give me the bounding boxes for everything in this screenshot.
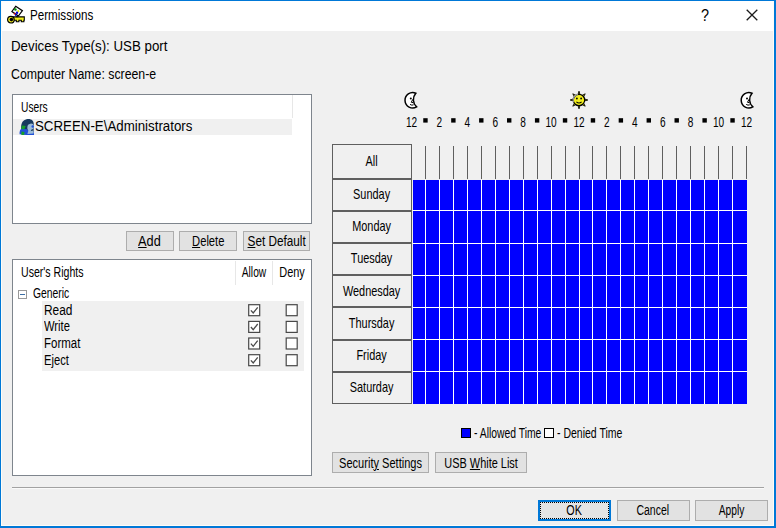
- svg-text:Friday: Friday: [356, 348, 387, 364]
- svg-text:Wednesday: Wednesday: [343, 283, 401, 299]
- svg-text:12: 12: [406, 114, 417, 130]
- svg-text:10: 10: [545, 114, 556, 130]
- svg-text:Monday: Monday: [352, 219, 391, 235]
- svg-text:12: 12: [741, 114, 752, 130]
- svg-text:Sunday: Sunday: [353, 187, 391, 203]
- svg-text:8: 8: [688, 114, 694, 130]
- svg-text:Thursday: Thursday: [349, 316, 395, 332]
- svg-text:All: All: [366, 154, 378, 170]
- svg-text:Tuesday: Tuesday: [351, 251, 393, 267]
- svg-text:Saturday: Saturday: [350, 380, 394, 396]
- svg-text:4: 4: [465, 114, 471, 130]
- svg-text:6: 6: [492, 114, 498, 130]
- svg-text:2: 2: [437, 114, 443, 130]
- svg-text:8: 8: [520, 114, 526, 130]
- svg-text:2: 2: [604, 114, 610, 130]
- svg-text:4: 4: [632, 114, 638, 130]
- svg-text:10: 10: [713, 114, 724, 130]
- svg-text:6: 6: [660, 114, 666, 130]
- svg-text:12: 12: [573, 114, 584, 130]
